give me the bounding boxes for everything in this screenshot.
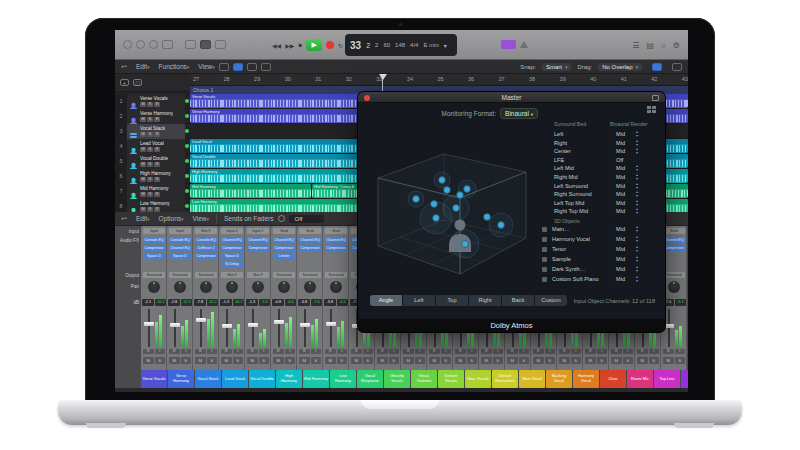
bed-render-value[interactable]: Off bbox=[616, 157, 623, 163]
solo-button[interactable]: S bbox=[571, 357, 582, 364]
audio-fx-slot[interactable]: Compressor bbox=[299, 245, 321, 251]
solo-button[interactable]: S bbox=[467, 357, 478, 364]
bed-render-value[interactable]: Mid bbox=[616, 191, 625, 197]
mixer-menu-options[interactable]: Options bbox=[159, 215, 181, 222]
ruler-tick[interactable]: 29 bbox=[254, 76, 260, 82]
m-button[interactable]: M bbox=[140, 147, 146, 152]
channel-strip[interactable]: Input 1Channel EQCompressorBus 9-1.3-7.6… bbox=[245, 226, 271, 370]
m-button[interactable]: M bbox=[140, 162, 146, 167]
track-header[interactable]: Vocal StackMSR bbox=[127, 124, 185, 139]
mute-button[interactable]: M bbox=[611, 357, 622, 364]
ruler-tick[interactable]: 43 bbox=[682, 76, 688, 82]
object-row[interactable]: SampleMid▴ ▾ bbox=[542, 256, 660, 265]
audio-fx-slot[interactable]: Compressor bbox=[143, 245, 165, 251]
lcd-display[interactable]: 33 2 2 60 148 4/4 E min ▾ bbox=[345, 34, 457, 56]
input-monitor-button[interactable]: I bbox=[623, 349, 634, 354]
read-automation-button[interactable]: R bbox=[585, 349, 596, 354]
input-slot[interactable]: Srnd bbox=[273, 228, 295, 234]
fader[interactable] bbox=[297, 309, 323, 347]
audio-object-dot[interactable] bbox=[462, 241, 469, 248]
audio-fx-slot[interactable]: Limiter bbox=[273, 253, 295, 259]
surround-3d-view[interactable] bbox=[366, 128, 536, 290]
mute-button[interactable]: M bbox=[403, 357, 414, 364]
fader[interactable] bbox=[219, 309, 245, 347]
audio-object-dot[interactable] bbox=[444, 187, 451, 194]
volume-db-value[interactable]: -2.8 bbox=[168, 299, 180, 306]
mute-button[interactable]: M bbox=[247, 357, 258, 364]
fader[interactable] bbox=[193, 309, 219, 347]
mute-button[interactable]: M bbox=[221, 357, 232, 364]
drag-select[interactable]: No Overlap▾ bbox=[598, 63, 642, 71]
read-automation-button[interactable]: R bbox=[481, 349, 492, 354]
surround-bed-row[interactable]: Left Top MidMid▴ ▾ bbox=[554, 200, 658, 208]
ruler-tick[interactable]: 27 bbox=[193, 76, 199, 82]
read-automation-button[interactable]: R bbox=[273, 349, 284, 354]
volume-db-value[interactable]: -0.8 bbox=[272, 299, 284, 306]
fader-cap[interactable] bbox=[274, 320, 284, 324]
track-on-indicator[interactable] bbox=[185, 144, 189, 148]
solo-button[interactable]: S bbox=[519, 357, 530, 364]
channel-name-label[interactable]: Ghostly Vocals bbox=[384, 370, 410, 388]
r-button[interactable]: R bbox=[154, 117, 160, 122]
fader[interactable] bbox=[271, 309, 297, 347]
object-render-value[interactable]: Mid bbox=[616, 276, 625, 282]
r-button[interactable]: R bbox=[154, 177, 160, 182]
input-monitor-button[interactable]: I bbox=[571, 349, 582, 354]
object-row[interactable]: TenorMid▴ ▾ bbox=[542, 246, 660, 255]
solo-button[interactable]: S bbox=[623, 357, 634, 364]
solo-button[interactable]: S bbox=[597, 357, 608, 364]
play-button[interactable]: ▶ bbox=[306, 39, 322, 51]
audio-fx-slot[interactable]: Channel EQ bbox=[221, 237, 243, 243]
fader-cap[interactable] bbox=[196, 318, 206, 322]
fader-cap[interactable] bbox=[326, 322, 336, 326]
audio-fx-slot[interactable]: Compressor bbox=[325, 245, 347, 251]
read-automation-button[interactable]: R bbox=[455, 349, 466, 354]
audio-fx-slot[interactable]: Channel EQ bbox=[247, 237, 269, 243]
read-automation-button[interactable]: R bbox=[507, 349, 518, 354]
track-on-indicator[interactable] bbox=[185, 114, 189, 118]
mute-button[interactable]: M bbox=[273, 357, 284, 364]
pan-knob[interactable] bbox=[668, 281, 680, 293]
channel-name-label[interactable]: High Harmony bbox=[276, 370, 302, 388]
channel-name-label[interactable]: Near Vocals bbox=[465, 370, 491, 388]
peak-db-value[interactable]: -12.5 bbox=[181, 299, 193, 306]
surround-bed-row[interactable]: CenterMid▴ ▾ bbox=[554, 148, 658, 156]
stepper-icon[interactable]: ▴ ▾ bbox=[636, 173, 638, 181]
peak-db-value[interactable]: -10.7 bbox=[233, 299, 245, 306]
read-automation-button[interactable]: R bbox=[403, 349, 414, 354]
audio-fx-slot[interactable]: Compressor bbox=[663, 245, 685, 251]
object-row[interactable]: Dark Synth…Mid▴ ▾ bbox=[542, 266, 660, 275]
audio-object-dot[interactable] bbox=[413, 196, 420, 203]
volume-db-value[interactable]: -7.8 bbox=[194, 299, 206, 306]
ruler-tick[interactable]: 38 bbox=[529, 76, 535, 82]
mixer-back-icon[interactable]: ↩ bbox=[121, 215, 127, 223]
bar-ruler[interactable]: 2728293031323334353637383940414243 bbox=[190, 74, 688, 86]
audio-fx-slot[interactable]: Channel EQ bbox=[299, 237, 321, 243]
audio-fx-slot[interactable]: Channel EQ bbox=[169, 245, 191, 251]
ruler-tick[interactable]: 40 bbox=[590, 76, 596, 82]
audio-fx-slot[interactable]: Compressor bbox=[195, 253, 217, 259]
s-button[interactable]: S bbox=[147, 177, 153, 182]
input-slot[interactable]: Srnd bbox=[325, 228, 347, 234]
surround-bed-row[interactable]: LFEOff bbox=[554, 157, 658, 165]
channel-name-label[interactable]: Main Vocal bbox=[519, 370, 545, 388]
mute-button[interactable]: M bbox=[299, 357, 310, 364]
r-button[interactable]: R bbox=[154, 132, 160, 137]
fader-cap[interactable] bbox=[300, 323, 310, 327]
output-slot[interactable]: Bus 9 bbox=[221, 272, 243, 278]
solo-button[interactable]: S bbox=[649, 357, 660, 364]
input-monitor-button[interactable]: I bbox=[597, 349, 608, 354]
mixer-menu-view[interactable]: View bbox=[193, 215, 207, 222]
view-button-right[interactable]: Right bbox=[469, 295, 501, 306]
rewind-icon[interactable]: ◀◀ bbox=[272, 42, 281, 49]
s-button[interactable]: S bbox=[147, 192, 153, 197]
input-monitor-button[interactable]: I bbox=[181, 349, 192, 354]
view-grid-icon[interactable] bbox=[647, 106, 656, 114]
channel-name-label[interactable]: Vocal Double bbox=[249, 370, 275, 388]
pan-knob[interactable] bbox=[330, 281, 342, 293]
mute-button[interactable]: M bbox=[351, 357, 362, 364]
stepper-icon[interactable]: ▴ ▾ bbox=[636, 245, 638, 253]
channel-strip[interactable]: InputConsole EQCompressorSpace DSurround… bbox=[141, 226, 167, 370]
object-render-value[interactable]: Mid bbox=[616, 266, 625, 272]
audio-fx-slot[interactable]: Space D bbox=[221, 253, 243, 259]
